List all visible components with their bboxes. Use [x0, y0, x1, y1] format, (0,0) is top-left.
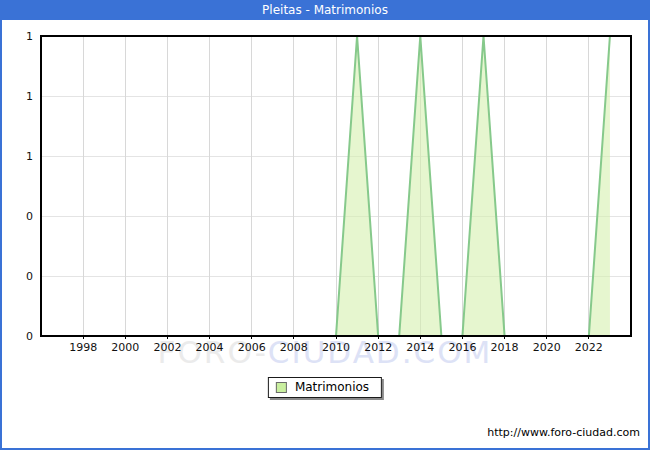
y-tick-label: 0: [26, 210, 33, 223]
x-tick-label: 1998: [69, 341, 97, 354]
series-area-fill: [41, 36, 610, 336]
x-tick-label: 2020: [533, 341, 561, 354]
x-tick-label: 2012: [364, 341, 392, 354]
chart-title: Pleitas - Matrimonios: [262, 3, 388, 17]
chart-window: Pleitas - Matrimonios FORO-CIUDAD.COM 00…: [0, 0, 650, 450]
x-tick-label: 2018: [491, 341, 519, 354]
y-tick-label: 0: [26, 270, 33, 283]
legend-color-swatch-icon: [276, 382, 287, 393]
legend-label: Matrimonios: [295, 380, 369, 394]
footer-url: http://www.foro-ciudad.com: [487, 426, 640, 439]
series-line: [41, 36, 610, 336]
legend: Matrimonios: [268, 377, 382, 398]
chart-plot: 0001111998200020022004200620082010201220…: [0, 20, 650, 430]
x-tick-label: 2010: [322, 341, 350, 354]
x-tick-label: 2022: [575, 341, 603, 354]
x-tick-label: 2014: [406, 341, 434, 354]
y-tick-label: 1: [26, 30, 33, 43]
x-tick-label: 2016: [448, 341, 476, 354]
y-tick-label: 1: [26, 150, 33, 163]
x-tick-label: 2004: [196, 341, 224, 354]
x-tick-label: 2006: [238, 341, 266, 354]
x-tick-label: 2000: [111, 341, 139, 354]
title-bar: Pleitas - Matrimonios: [0, 0, 650, 20]
y-tick-label: 0: [26, 330, 33, 343]
x-tick-label: 2002: [153, 341, 181, 354]
y-tick-label: 1: [26, 90, 33, 103]
x-tick-label: 2008: [280, 341, 308, 354]
